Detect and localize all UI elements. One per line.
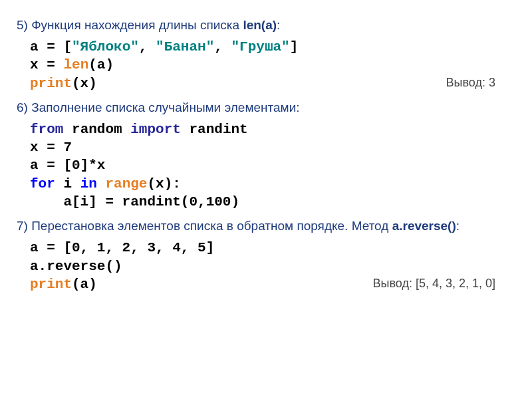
- section5-heading-suffix: :: [277, 18, 280, 32]
- section7-heading-suffix: :: [456, 219, 460, 233]
- section5-heading: 5) Функция нахождения длины списка len(a…: [17, 18, 515, 33]
- section5-output: Вывод: 3: [446, 76, 515, 90]
- section5-heading-prefix: 5) Функция нахождения длины списка: [17, 18, 243, 32]
- section6-heading: 6) Заполнение списка случайными элемента…: [17, 100, 515, 115]
- section6-code: from random import randint x = 7 a = [0]…: [30, 120, 515, 211]
- section7-heading-prefix: 7) Перестановка элементов списка в обрат…: [17, 219, 392, 233]
- section7-func: a.reverse(): [392, 219, 456, 233]
- section7-heading: 7) Перестановка элементов списка в обрат…: [17, 219, 515, 233]
- section5-func: len(a): [243, 18, 277, 32]
- section7-output: Вывод: [5, 4, 3, 2, 1, 0]: [373, 277, 516, 291]
- section5-code: a = ["Яблоко", "Банан", "Груша"] x = len…: [30, 38, 446, 92]
- section7-code: a = [0, 1, 2, 3, 4, 5] a.reverse() print…: [30, 239, 373, 293]
